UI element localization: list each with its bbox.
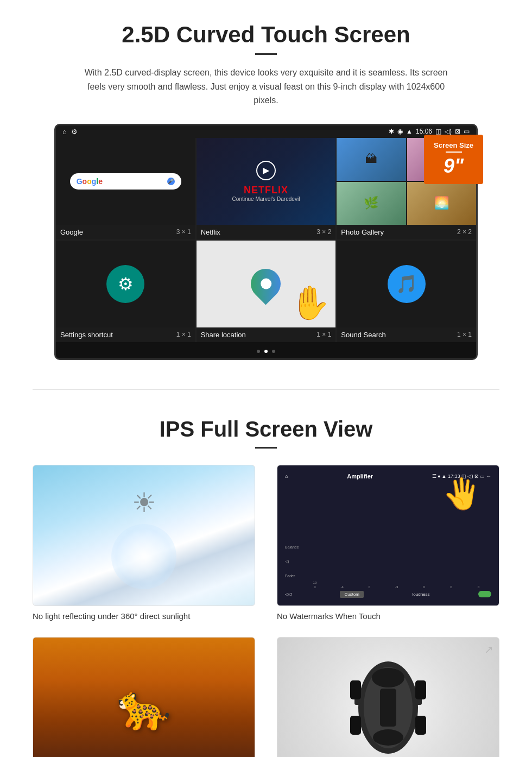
netflix-play-button[interactable]: ▶ <box>256 161 276 180</box>
car-image: ↗ <box>277 637 499 757</box>
amplifier-image: ⌂ Amplifier ☰ ♦ ▲ 17:33 ◫ ◁) ⊠ ▭ ← Balan… <box>277 465 499 606</box>
netflix-grid-size: 3 × 2 <box>316 228 331 236</box>
title-underline <box>255 53 277 55</box>
amp-title: Amplifier <box>347 473 373 480</box>
maps-label-row: Share location 1 × 1 <box>197 327 336 342</box>
app-cell-settings[interactable]: ⚙ Settings shortcut 1 × 1 <box>56 241 195 342</box>
maps-app-name: Share location <box>201 331 246 339</box>
hand-on-screen-icon: 🖐 <box>443 476 480 512</box>
netflix-logo-text: NETFLIX <box>244 185 288 196</box>
feature-amplifier: ⌂ Amplifier ☰ ♦ ▲ 17:33 ◫ ◁) ⊠ ▭ ← Balan… <box>277 465 499 621</box>
section2-title: IPS Full Screen View <box>33 417 499 441</box>
google-label-row: Google 3 × 1 <box>56 225 195 239</box>
sunlight-image: ☀ <box>33 465 255 606</box>
location-icon: ◉ <box>397 128 403 135</box>
google-logo: Google <box>77 176 103 186</box>
google-grid-size: 3 × 1 <box>176 228 191 236</box>
feature-car: ↗ Large Viewing Angle <box>277 637 499 757</box>
netflix-subtitle: Continue Marvel's Daredevil <box>232 196 300 202</box>
netflix-app-name: Netflix <box>201 228 220 236</box>
wifi-icon: ▲ <box>406 128 413 135</box>
svg-point-3 <box>373 729 403 746</box>
cheetah-image: 🐆 <box>33 637 255 757</box>
svg-rect-10 <box>380 689 396 727</box>
sound-grid-size: 1 × 1 <box>457 331 472 338</box>
photo-thumb-4: 🌅 <box>407 182 476 225</box>
app-grid: Google 🎤 Google 3 × 1 ▶ <box>56 138 476 342</box>
svg-point-2 <box>372 668 404 687</box>
netflix-cell-content: ▶ NETFLIX Continue Marvel's Daredevil <box>197 138 336 225</box>
settings-grid-size: 1 × 1 <box>176 331 191 338</box>
badge-label: Screen Size <box>434 141 473 149</box>
car-top-view-svg <box>345 648 432 757</box>
feature-grid: ☀ No light reflecting under 360° direct … <box>33 465 499 757</box>
app-cell-netflix[interactable]: ▶ NETFLIX Continue Marvel's Daredevil Ne… <box>197 138 336 239</box>
section1-title: 2.5D Curved Touch Screen <box>33 22 499 48</box>
netflix-bg: ▶ NETFLIX Continue Marvel's Daredevil <box>197 138 336 225</box>
amp-home-icon: ⌂ <box>285 474 288 479</box>
settings-icon: ⚙ <box>106 265 144 303</box>
car-angle-arrow: ↗ <box>484 643 493 656</box>
usb-icon: ⚙ <box>71 128 78 136</box>
photos-app-name: Photo Gallery <box>341 228 384 236</box>
sound-icon: 🎵 <box>388 265 426 303</box>
photo-thumb-3: 🌿 <box>337 182 406 225</box>
photo-thumb-1: 🏔 <box>337 138 406 181</box>
maps-icon <box>245 263 287 305</box>
sunlight-caption: No light reflecting under 360° direct su… <box>33 611 255 621</box>
settings-label-row: Settings shortcut 1 × 1 <box>56 327 195 342</box>
app-cell-sound[interactable]: 🎵 Sound Search 1 × 1 <box>337 241 476 342</box>
amp-toggle[interactable] <box>478 591 491 597</box>
svg-rect-7 <box>415 680 426 699</box>
status-bar: ⌂ ⚙ ✱ ◉ ▲ 15:06 ◫ ◁) ⊠ ▭ <box>56 125 476 138</box>
hand-touch-icon: 🤚 <box>289 283 330 322</box>
home-icon[interactable]: ⌂ <box>62 128 67 136</box>
section1-description: With 2.5D curved-display screen, this de… <box>76 66 456 108</box>
maps-cell-content: 🤚 <box>197 241 336 327</box>
dot-2 <box>264 350 268 353</box>
screen-size-badge: Screen Size 9" <box>424 135 483 184</box>
netflix-label-row: Netflix 3 × 2 <box>197 225 336 239</box>
amplifier-caption: No Watermarks When Touch <box>277 611 499 621</box>
svg-rect-9 <box>415 716 426 735</box>
app-cell-maps[interactable]: 🤚 Share location 1 × 1 <box>197 241 336 342</box>
feature-cheetah: 🐆 Super Fast Response <box>33 637 255 757</box>
photos-label-row: Photo Gallery 2 × 2 <box>337 225 476 239</box>
sound-cell-content: 🎵 <box>337 241 476 327</box>
sound-label-row: Sound Search 1 × 1 <box>337 327 476 342</box>
settings-app-name: Settings shortcut <box>60 331 113 339</box>
device-wrapper: Screen Size 9" ⌂ ⚙ ✱ ◉ ▲ 15:06 ◫ ◁) ⊠ <box>54 124 478 360</box>
dot-3 <box>272 350 275 353</box>
sound-app-name: Sound Search <box>341 331 385 339</box>
google-app-name: Google <box>60 228 83 236</box>
google-cell-content: Google 🎤 <box>56 138 195 225</box>
section-curved-screen: 2.5D Curved Touch Screen With 2.5D curve… <box>0 0 532 379</box>
app-cell-google[interactable]: Google 🎤 Google 3 × 1 <box>56 138 195 239</box>
amp-custom-button[interactable]: Custom <box>340 591 364 598</box>
cheetah-icon: 🐆 <box>117 682 171 733</box>
bluetooth-icon: ✱ <box>389 128 394 135</box>
google-mic-icon[interactable]: 🎤 <box>167 178 175 185</box>
badge-size: 9" <box>434 155 473 178</box>
settings-cell-content: ⚙ <box>56 241 195 327</box>
dot-1 <box>257 350 260 353</box>
status-left: ⌂ ⚙ <box>62 128 78 136</box>
feature-sunlight: ☀ No light reflecting under 360° direct … <box>33 465 255 621</box>
maps-grid-size: 1 × 1 <box>316 331 331 338</box>
title-underline-2 <box>255 447 277 449</box>
svg-rect-6 <box>350 680 361 699</box>
device-screen: ⌂ ⚙ ✱ ◉ ▲ 15:06 ◫ ◁) ⊠ ▭ <box>54 124 478 360</box>
section-ips-screen: IPS Full Screen View ☀ No light reflecti… <box>0 401 532 757</box>
photos-grid-size: 2 × 2 <box>457 228 472 236</box>
badge-divider <box>446 152 462 153</box>
section-divider <box>33 389 499 390</box>
google-search-bar[interactable]: Google 🎤 <box>70 173 181 190</box>
pagination-dots <box>56 342 476 358</box>
svg-rect-8 <box>350 716 361 735</box>
